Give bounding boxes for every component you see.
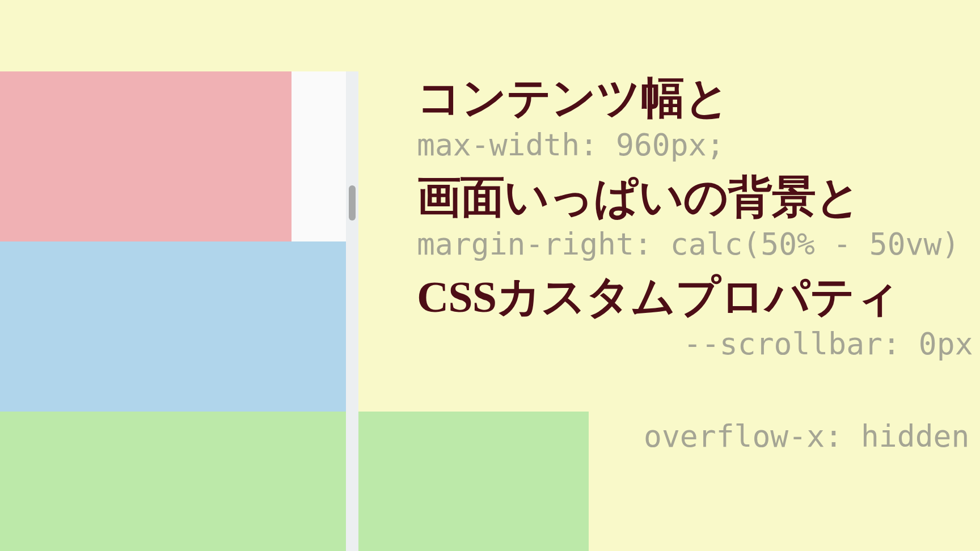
blue-block: [0, 241, 346, 412]
white-gap: [292, 71, 346, 241]
code-1: max-width: 960px;: [417, 127, 980, 163]
heading-3: CSSカスタムプロパティ: [417, 273, 980, 321]
vertical-divider: [346, 71, 358, 551]
text-content: コンテンツ幅と max-width: 960px; 画面いっぱいの背景と mar…: [417, 74, 980, 465]
heading-1: コンテンツ幅と: [417, 74, 980, 122]
scrollbar-thumb[interactable]: [349, 185, 356, 221]
green-block-left: [0, 412, 346, 551]
code-3: --scrollbar: 0px: [417, 326, 980, 362]
heading-2: 画面いっぱいの背景と: [417, 173, 980, 222]
code-2: margin-right: calc(50% - 50vw): [417, 226, 980, 262]
red-block: [0, 71, 292, 241]
code-4: overflow-x: hidden: [417, 418, 980, 455]
